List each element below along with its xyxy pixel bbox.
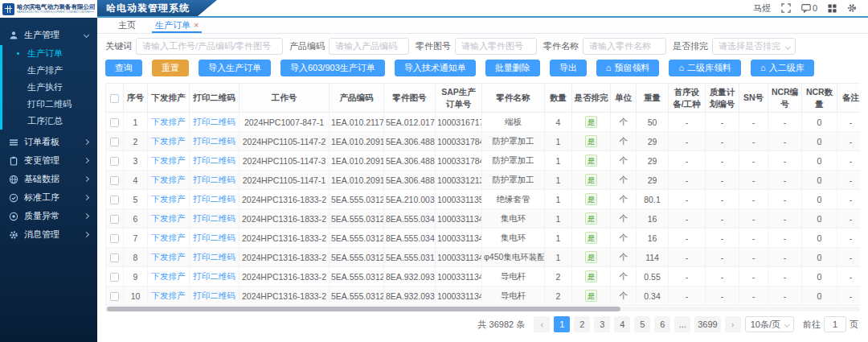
reserve-material-button[interactable]: ⌂预留领料 [596, 60, 660, 76]
fullscreen-icon[interactable] [781, 3, 791, 13]
row-checkbox[interactable] [110, 118, 119, 127]
column-header: 零件名称 [482, 84, 545, 113]
scrollbar-thumb[interactable] [107, 307, 620, 311]
import-603-button[interactable]: 导入603/903生产订单 [280, 60, 385, 76]
dispatch-link[interactable]: 下发排产 [152, 290, 186, 300]
product-code-label: 产品编码 [289, 40, 325, 52]
page-button[interactable]: 6 [654, 316, 670, 332]
import-tech-notice-button[interactable]: 导入技术通知单 [395, 60, 476, 76]
page-button[interactable]: 1 [554, 316, 570, 332]
company-subtitle: HARBIN ELECTRIC POWER EQUIPMENT COMPANY … [17, 11, 87, 14]
user-name[interactable]: 马煜 [753, 2, 771, 14]
sidebar-group-label: 生产管理 [24, 29, 79, 41]
dispatch-link[interactable]: 下发排产 [152, 155, 186, 165]
print-qr-link[interactable]: 打印二维码 [193, 252, 235, 262]
reset-button[interactable]: 重置 [152, 60, 189, 76]
goto-label: 前往 [803, 319, 821, 331]
sidebar-item-production-execution[interactable]: 生产执行 [2, 79, 97, 96]
dispatch-link[interactable]: 下发排产 [152, 213, 186, 223]
active-item-bullet [17, 52, 19, 55]
tab-production-order[interactable]: 生产订单 × [145, 18, 208, 33]
print-qr-link[interactable]: 打印二维码 [193, 290, 235, 300]
product-code-input[interactable] [329, 38, 409, 55]
column-header: 数量 [545, 84, 572, 113]
page-size-select[interactable]: 10条/页 [745, 316, 794, 332]
content-panel: 关键词 产品编码 零件图号 零件名称 是否排完 [97, 34, 868, 342]
page-button[interactable]: 2 [574, 316, 590, 332]
import-order-button[interactable]: 导入生产订单 [199, 60, 271, 76]
export-button[interactable]: 导出 [550, 60, 587, 76]
print-qr-link[interactable]: 打印二维码 [193, 271, 235, 281]
dispatch-link[interactable]: 下发排产 [152, 252, 186, 262]
sidebar-item-process-summary[interactable]: 工序汇总 [2, 113, 97, 130]
dispatch-link[interactable]: 下发排产 [152, 175, 186, 184]
row-checkbox[interactable] [110, 138, 119, 146]
sidebar-group-base-data[interactable]: 基础数据 [0, 170, 97, 188]
page-button[interactable]: 5 [634, 316, 650, 332]
chevron-down-icon [785, 43, 791, 49]
secondary-pick-button[interactable]: ⌂二级库领料 [669, 60, 741, 76]
dispatch-link[interactable]: 下发排产 [152, 271, 186, 281]
sidebar-group-message-mgmt[interactable]: 消息管理 [0, 225, 97, 244]
keyword-input[interactable] [136, 38, 283, 55]
sidebar-group-standard-process[interactable]: 标准工序 [0, 188, 97, 207]
page-ellipsis[interactable]: ... [674, 316, 690, 332]
row-checkbox[interactable] [110, 196, 119, 204]
orders-table-wrap: 序号下发排产打印二维码工作号产品编码零件图号SAP生产订单号零件名称数量是否排完… [105, 83, 860, 306]
apps-grid-icon[interactable] [828, 4, 837, 13]
sidebar-item-production-scheduling[interactable]: 生产排产 [2, 62, 97, 79]
sidebar-group-order-board[interactable]: 订单看板 [0, 133, 97, 151]
sidebar-item-production-order[interactable]: 生产订单 [2, 45, 97, 62]
page-button[interactable]: 3 [594, 316, 610, 332]
goto-unit: 页 [850, 319, 858, 331]
batch-delete-button[interactable]: 批量删除 [485, 60, 540, 76]
tab-home[interactable]: 主页 [108, 18, 145, 33]
select-all-checkbox[interactable] [110, 94, 119, 103]
page-button[interactable]: 3699 [694, 316, 720, 332]
row-checkbox[interactable] [110, 215, 119, 224]
sidebar-group-change-mgmt[interactable]: 变更管理 [0, 151, 97, 170]
row-checkbox[interactable] [110, 273, 119, 282]
row-checkbox[interactable] [110, 292, 119, 301]
part-drawing-input[interactable] [455, 38, 537, 55]
gear-icon [9, 230, 18, 240]
next-page-button[interactable]: › [725, 316, 741, 332]
horizontal-scrollbar[interactable] [105, 307, 860, 311]
dispatch-link[interactable]: 下发排产 [152, 194, 186, 204]
row-checkbox[interactable] [110, 234, 119, 243]
into-secondary-button[interactable]: ⌂入二级库 [751, 60, 814, 76]
print-qr-link[interactable]: 打印二维码 [193, 233, 235, 242]
print-qr-link[interactable]: 打印二维码 [193, 117, 235, 126]
print-qr-link[interactable]: 打印二维码 [193, 213, 235, 223]
globe-icon [9, 175, 18, 184]
table-row: 6下发排产打印二维码2024HPC1316-1833-25EA.555.0312… [106, 209, 861, 229]
message-icon[interactable]: 0 [801, 3, 817, 13]
scheduled-select[interactable]: 请选择是否排完 [712, 38, 796, 55]
sidebar-item-print-qrcode[interactable]: 打印二维码 [2, 96, 97, 113]
page-button[interactable]: 4 [614, 316, 630, 332]
print-qr-link[interactable]: 打印二维码 [193, 194, 235, 204]
tab-close-icon[interactable]: × [194, 21, 199, 30]
print-qr-link[interactable]: 打印二维码 [193, 175, 235, 184]
row-checkbox[interactable] [110, 253, 119, 262]
print-qr-link[interactable]: 打印二维码 [193, 155, 235, 165]
table-row: 2下发排产打印二维码2024HPC1105-1147-21EA.010.2091… [106, 132, 861, 151]
chevron-down-icon [84, 32, 89, 38]
query-button[interactable]: 查询 [105, 60, 142, 76]
sidebar-group-production[interactable]: 生产管理 [0, 26, 97, 44]
home-icon: ⌂ [678, 64, 684, 72]
dispatch-link[interactable]: 下发排产 [152, 233, 186, 242]
sidebar-group-quality-anomaly[interactable]: 质量异常 [0, 207, 97, 225]
row-checkbox[interactable] [110, 176, 119, 185]
goto-page-input[interactable] [824, 316, 846, 332]
sidebar-collapse-icon[interactable] [88, 0, 97, 18]
scheduled-badge: 是 [585, 193, 598, 205]
part-name-input[interactable] [583, 38, 666, 55]
dispatch-link[interactable]: 下发排产 [152, 136, 186, 146]
print-qr-link[interactable]: 打印二维码 [193, 136, 235, 146]
settings-gear-icon[interactable] [847, 3, 857, 13]
home-icon: ⌂ [760, 64, 766, 72]
prev-page-button[interactable]: ‹ [534, 316, 550, 332]
row-checkbox[interactable] [110, 157, 119, 166]
dispatch-link[interactable]: 下发排产 [152, 117, 186, 126]
